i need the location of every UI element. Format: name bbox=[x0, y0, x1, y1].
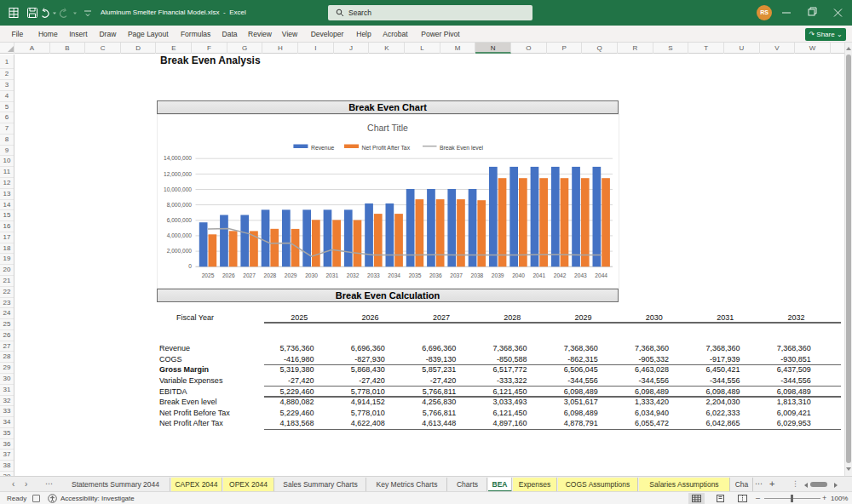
svg-text:Chart Title: Chart Title bbox=[367, 123, 408, 133]
svg-text:Revenue: Revenue bbox=[311, 145, 334, 151]
svg-text:2040: 2040 bbox=[512, 272, 525, 278]
svg-text:2025: 2025 bbox=[202, 272, 215, 278]
svg-text:0: 0 bbox=[188, 263, 192, 269]
svg-text:6,000,000: 6,000,000 bbox=[167, 217, 193, 223]
svg-text:2028: 2028 bbox=[264, 272, 277, 278]
svg-text:2037: 2037 bbox=[450, 272, 463, 278]
svg-text:2036: 2036 bbox=[429, 272, 442, 278]
svg-text:2033: 2033 bbox=[367, 272, 380, 278]
svg-text:2027: 2027 bbox=[243, 272, 256, 278]
svg-text:12,000,000: 12,000,000 bbox=[164, 171, 192, 177]
svg-text:2041: 2041 bbox=[532, 272, 545, 278]
svg-text:2,000,000: 2,000,000 bbox=[167, 248, 193, 254]
svg-text:Net Profit After Tax: Net Profit After Tax bbox=[362, 145, 411, 151]
svg-text:Break Even level: Break Even level bbox=[440, 145, 483, 151]
svg-text:14,000,000: 14,000,000 bbox=[164, 155, 192, 161]
svg-text:4,000,000: 4,000,000 bbox=[167, 232, 193, 238]
svg-text:2034: 2034 bbox=[388, 272, 400, 278]
svg-text:2035: 2035 bbox=[409, 272, 422, 278]
svg-text:2044: 2044 bbox=[595, 272, 607, 278]
svg-text:2026: 2026 bbox=[222, 272, 235, 278]
svg-text:2031: 2031 bbox=[325, 272, 338, 278]
svg-text:2030: 2030 bbox=[305, 272, 318, 278]
svg-text:2043: 2043 bbox=[574, 272, 587, 278]
svg-text:2042: 2042 bbox=[554, 272, 567, 278]
svg-text:8,000,000: 8,000,000 bbox=[167, 202, 193, 208]
svg-text:10,000,000: 10,000,000 bbox=[164, 186, 192, 192]
svg-text:2032: 2032 bbox=[347, 272, 360, 278]
svg-text:2029: 2029 bbox=[285, 272, 297, 278]
svg-text:2038: 2038 bbox=[471, 272, 484, 278]
svg-text:2039: 2039 bbox=[492, 272, 504, 278]
